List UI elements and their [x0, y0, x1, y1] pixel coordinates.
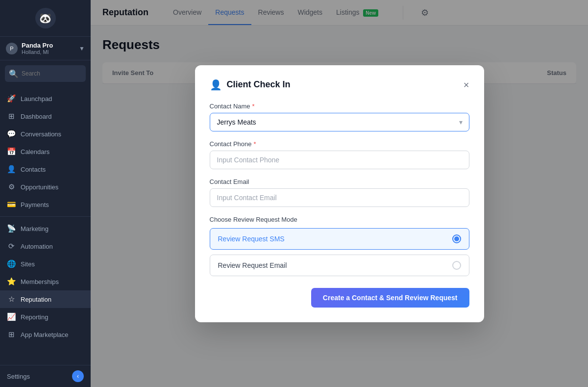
sidebar-item-label: Sites — [21, 260, 35, 268]
sidebar-item-calendars[interactable]: 📅 Calendars — [0, 143, 91, 160]
contact-phone-input[interactable] — [210, 151, 469, 169]
contact-name-select-wrapper: ▾ — [210, 113, 469, 131]
sidebar-item-launchpad[interactable]: 🚀 Launchpad — [0, 90, 91, 107]
sidebar-item-opportunities[interactable]: ⚙ Opportunities — [0, 178, 91, 196]
sidebar-logo: 🐼 — [0, 0, 91, 37]
launchpad-icon: 🚀 — [7, 94, 16, 103]
main-nav: 🚀 Launchpad ⊞ Dashboard 💬 Conversations … — [0, 87, 91, 365]
contact-phone-label: Contact Phone * — [210, 140, 469, 148]
contact-name-input[interactable] — [210, 113, 469, 131]
payments-icon: 💳 — [7, 200, 16, 209]
sites-icon: 🌐 — [7, 259, 16, 268]
required-indicator: * — [252, 103, 255, 110]
sidebar: 🐼 P Panda Pro Holland, MI ▼ 🔍 Ctrl K + 🚀… — [0, 0, 91, 387]
sidebar-item-label: Contacts — [21, 166, 46, 173]
calendars-icon: 📅 — [7, 147, 16, 156]
radio-sms-option[interactable]: Review Request SMS — [210, 228, 469, 250]
settings-link[interactable]: Settings — [7, 373, 30, 380]
client-checkin-modal: 👤 Client Check In × Contact Name * ▾ — [195, 65, 484, 322]
contact-email-group: Contact Email — [210, 178, 469, 207]
sidebar-item-label: Dashboard — [21, 113, 52, 120]
sidebar-item-reporting[interactable]: 📈 Reporting — [0, 308, 91, 326]
sidebar-item-label: Payments — [21, 201, 49, 208]
submit-button[interactable]: Create a Contact & Send Review Request — [311, 288, 469, 308]
sidebar-item-marketing[interactable]: 📡 Marketing — [0, 220, 91, 237]
search-input[interactable] — [22, 70, 95, 77]
sidebar-item-memberships[interactable]: ⭐ Memberships — [0, 273, 91, 290]
review-mode-label: Choose Review Request Mode — [210, 216, 469, 223]
sidebar-item-conversations[interactable]: 💬 Conversations — [0, 125, 91, 143]
modal-header: 👤 Client Check In × — [210, 79, 469, 91]
dashboard-icon: ⊞ — [7, 112, 16, 121]
conversations-icon: 💬 — [7, 129, 16, 138]
reputation-icon: ☆ — [7, 295, 16, 304]
radio-email-option[interactable]: Review Request Email — [210, 255, 469, 276]
account-location: Holland, MI — [22, 49, 75, 55]
sidebar-item-label: Reporting — [21, 313, 48, 321]
collapse-sidebar-button[interactable]: ‹ — [72, 370, 84, 382]
main-content: Reputation Overview Requests Reviews Wid… — [91, 0, 588, 387]
person-icon: 👤 — [210, 79, 222, 91]
nav-divider — [0, 216, 91, 217]
sidebar-item-label: Marketing — [21, 225, 49, 232]
sidebar-item-label: Memberships — [21, 278, 59, 285]
reporting-icon: 📈 — [7, 312, 16, 321]
sidebar-item-app-marketplace[interactable]: ⊞ App Marketplace — [0, 326, 91, 343]
contact-name-group: Contact Name * ▾ — [210, 103, 469, 131]
sidebar-item-label: Launchpad — [21, 95, 52, 103]
account-name: Panda Pro — [22, 42, 75, 49]
memberships-icon: ⭐ — [7, 277, 16, 286]
contact-email-input[interactable] — [210, 188, 469, 207]
sidebar-item-contacts[interactable]: 👤 Contacts — [0, 160, 91, 178]
contact-email-label: Contact Email — [210, 178, 469, 185]
contacts-icon: 👤 — [7, 165, 16, 174]
opportunities-icon: ⚙ — [7, 182, 16, 191]
modal-title: Client Check In — [227, 79, 291, 90]
search-icon: 🔍 — [9, 69, 19, 78]
marketing-icon: 📡 — [7, 224, 16, 233]
contact-phone-group: Contact Phone * — [210, 140, 469, 169]
required-indicator: * — [254, 140, 256, 148]
chevron-down-icon: ▼ — [79, 45, 85, 52]
sidebar-item-label: Conversations — [21, 130, 61, 138]
search-bar: 🔍 Ctrl K + — [5, 65, 86, 82]
sidebar-item-payments[interactable]: 💳 Payments — [0, 196, 91, 213]
modal-footer: Create a Contact & Send Review Request — [210, 288, 469, 308]
radio-sms-circle — [452, 234, 461, 243]
sidebar-item-reputation[interactable]: ☆ Reputation — [0, 290, 91, 308]
review-request-mode-group: Choose Review Request Mode Review Reques… — [210, 216, 469, 276]
sidebar-item-sites[interactable]: 🌐 Sites — [0, 255, 91, 273]
sidebar-item-label: Opportunities — [21, 183, 58, 191]
modal-overlay[interactable]: 👤 Client Check In × Contact Name * ▾ — [91, 0, 588, 387]
radio-email-label: Review Request Email — [218, 261, 287, 269]
sidebar-item-automation[interactable]: ⟳ Automation — [0, 237, 91, 255]
logo-icon: 🐼 — [35, 8, 56, 28]
app-marketplace-icon: ⊞ — [7, 330, 16, 339]
sidebar-item-dashboard[interactable]: ⊞ Dashboard — [0, 107, 91, 125]
avatar: P — [6, 43, 18, 54]
account-switcher[interactable]: P Panda Pro Holland, MI ▼ — [0, 37, 91, 60]
close-button[interactable]: × — [464, 80, 469, 90]
radio-email-circle — [452, 261, 461, 270]
sidebar-item-label: App Marketplace — [21, 331, 69, 338]
radio-sms-label: Review Request SMS — [218, 235, 285, 243]
automation-icon: ⟳ — [7, 242, 16, 251]
sidebar-item-label: Automation — [21, 243, 53, 250]
sidebar-item-label: Calendars — [21, 148, 49, 155]
sidebar-item-label: Reputation — [21, 296, 51, 303]
sidebar-footer: Settings ‹ — [0, 365, 91, 387]
contact-name-label: Contact Name * — [210, 103, 469, 110]
